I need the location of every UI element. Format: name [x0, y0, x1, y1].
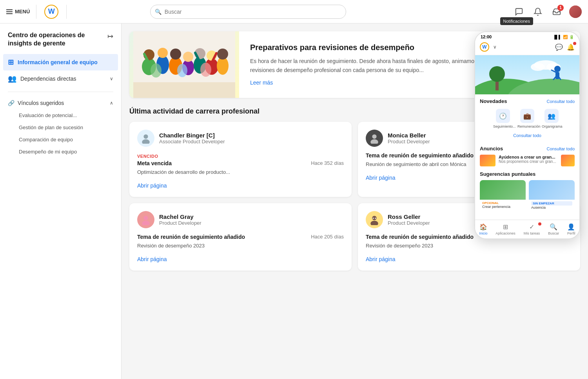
mobile-news-item-1[interactable]: 💼 Remuneración: [517, 109, 537, 128]
card-activity-title-monica: Tema de reunión de seguimiento añadido: [366, 152, 474, 159]
sidebar-item-label: Información general de equipo: [18, 59, 98, 65]
mobile-news-item-2[interactable]: 👥 Organigrama: [542, 109, 561, 128]
mobile-nav-mis-tareas-label: Mis tareas: [524, 231, 540, 235]
svg-point-17: [200, 63, 211, 77]
mobile-announcement-title: Ayúdenos a crear un gran...: [499, 155, 558, 159]
mobile-status-icons: ▐▌▌ 📶 🔋: [553, 35, 574, 39]
notifications-button[interactable]: [532, 5, 544, 18]
sidebar-item-dependencias[interactable]: 👥 Dependencias directas ∨: [0, 70, 121, 87]
svg-point-23: [142, 139, 150, 144]
avatar-chandler: [137, 130, 154, 147]
mobile-anuncios-title: Anuncios: [480, 146, 503, 152]
inbox-badge: 1: [557, 5, 564, 11]
svg-point-40: [554, 66, 561, 72]
activity-card-chandler: Chandler Binger [C] Associate Product De…: [129, 122, 352, 197]
mobile-status-bar: 12:00 ▐▌▌ 📶 🔋: [475, 32, 579, 41]
card-tag-chandler: VENCIDO: [137, 154, 158, 159]
card-activity-title-chandler: Meta vencida: [137, 160, 172, 166]
mobile-nav-aplicaciones[interactable]: ⊞ Aplicaciones: [495, 223, 515, 235]
card-person-chandler: Chandler Binger [C] Associate Product De…: [137, 130, 344, 147]
mobile-suggestion-card-0[interactable]: OPCIONAL Crear pertenencia: [480, 180, 526, 211]
mobile-nav-aplicaciones-label: Aplicaciones: [495, 231, 515, 235]
news-icon-seguimiento: 🕐: [496, 109, 510, 123]
mobile-news-item-0[interactable]: 🕐 Seguimiento...: [493, 109, 513, 128]
person-name-chandler: Chandler Binger [C]: [159, 132, 344, 139]
hamburger-icon: [6, 9, 13, 14]
profile-icon: 👤: [567, 223, 575, 231]
pin-button[interactable]: ↦: [107, 32, 113, 41]
top-navigation: MENÚ W 🔍 1 Notificaciones: [0, 0, 588, 23]
mobile-suggestion-tag-1: SIN EMPEZAR: [531, 201, 572, 206]
notifications-tooltip: Notificaciones: [500, 17, 533, 25]
mobile-announcement-image: [480, 155, 495, 166]
link-icon: 🔗: [8, 100, 15, 106]
news-label-organigrama: Organigrama: [542, 125, 561, 128]
mobile-nav-inicio[interactable]: 🏠 Inicio: [479, 223, 487, 235]
menu-button[interactable]: MENÚ: [6, 9, 36, 14]
card-link-chandler[interactable]: Abrir página: [137, 182, 167, 189]
mobile-nav-perfil[interactable]: 👤 Perfil: [567, 223, 575, 235]
mobile-logo: W: [480, 42, 489, 52]
avatar-monica: [366, 130, 383, 147]
app-logo[interactable]: W: [36, 5, 67, 19]
sidebar-subitem-2[interactable]: Comparación de equipo: [8, 134, 113, 146]
svg-point-24: [372, 134, 376, 139]
mobile-novedades-consultar-link[interactable]: Consultar todo: [513, 133, 541, 138]
signal-icon: ▐▌▌: [553, 35, 561, 39]
card-activity-title-rachel: Tema de reunión de seguimiento añadido: [137, 234, 245, 240]
mobile-announcement-image2: [561, 155, 575, 166]
mobile-suggestion-label-0: OPCIONAL Crear pertenencia: [480, 200, 526, 210]
suggested-links-label: Vínculos sugeridos: [18, 100, 64, 106]
svg-point-25: [370, 139, 378, 144]
mobile-suggestions-list: OPCIONAL Crear pertenencia SIN EMPEZAR A…: [480, 180, 575, 211]
sidebar-subitem-0[interactable]: Evaluación de potencial...: [8, 109, 113, 121]
mobile-nav-mis-tareas[interactable]: ✓ Mis tareas: [524, 223, 540, 235]
chat-button[interactable]: [513, 5, 525, 18]
mobile-anuncios-header: Anuncios Consultar todo: [480, 146, 575, 152]
mobile-bell-icon[interactable]: 🔔: [567, 43, 575, 51]
news-icon-remuneracion: 💼: [520, 109, 534, 123]
suggested-links-header[interactable]: 🔗 Vínculos sugeridos ∧: [0, 97, 121, 109]
mobile-nav-buscar-label: Buscar: [548, 231, 559, 235]
mobile-sugerencias-section: Sugerencias puntuales OPCIONAL Crear per…: [480, 171, 575, 211]
mobile-chat-icon[interactable]: 💬: [555, 43, 563, 51]
mobile-suggestion-img-1: [529, 180, 575, 200]
card-link-ross[interactable]: Abrir página: [366, 256, 396, 262]
inbox-button[interactable]: 1: [550, 5, 563, 18]
mobile-header: W ∨ 💬 🔔: [475, 41, 579, 55]
svg-point-22: [143, 134, 148, 139]
person-role-chandler: Associate Product Developer: [159, 139, 344, 144]
mobile-announcement: Ayúdenos a crear un gran... Nos proponem…: [480, 155, 575, 166]
mobile-suggestion-card-1[interactable]: SIN EMPEZAR Ausencia: [529, 180, 575, 211]
mobile-announcement-text: Ayúdenos a crear un gran... Nos proponem…: [499, 155, 558, 164]
chevron-down-icon: ∨: [110, 76, 113, 81]
mobile-anuncios-section: Anuncios Consultar todo Ayúdenos a crear…: [480, 146, 575, 166]
people-icon: 👥: [8, 74, 16, 83]
person-info-chandler: Chandler Binger [C] Associate Product De…: [159, 132, 344, 144]
hero-read-more-link[interactable]: Leer más: [250, 79, 273, 86]
card-days-chandler: Hace 352 días: [311, 160, 344, 166]
mobile-nav-buscar[interactable]: 🔍 Buscar: [548, 223, 559, 235]
sidebar-item-info-general[interactable]: ⊞ Información general de equipo: [3, 54, 118, 70]
card-activity-desc-chandler: Optimización de desarrollo de producto..…: [137, 169, 344, 176]
mobile-suggestion-tag-0: OPCIONAL: [482, 201, 523, 205]
svg-point-36: [489, 66, 505, 82]
search-input[interactable]: [150, 5, 346, 19]
user-avatar[interactable]: [569, 5, 582, 18]
nav-icons: 1: [513, 5, 582, 18]
avatar-rachel: [137, 211, 154, 228]
sidebar-subitem-3[interactable]: Desempeño de mi equipo: [8, 146, 113, 158]
mobile-novedades-link[interactable]: Consultar todo: [546, 99, 575, 104]
card-link-monica[interactable]: Abrir página: [366, 175, 396, 181]
mobile-anuncios-link[interactable]: Consultar todo: [546, 146, 575, 151]
search-bar: 🔍: [150, 5, 346, 19]
search-icon: 🔍: [155, 9, 162, 15]
sidebar-subitem-1[interactable]: Gestión de plan de sucesión: [8, 121, 113, 134]
tasks-icon: ✓: [529, 223, 534, 231]
mobile-nav-inicio-label: Inicio: [479, 231, 487, 235]
mobile-suggestion-img-0: [480, 180, 526, 200]
card-link-rachel[interactable]: Abrir página: [137, 256, 167, 262]
news-label-seguimiento: Seguimiento...: [493, 125, 513, 128]
hero-illustration: [129, 31, 239, 98]
mobile-sugerencias-header: Sugerencias puntuales: [480, 171, 575, 177]
